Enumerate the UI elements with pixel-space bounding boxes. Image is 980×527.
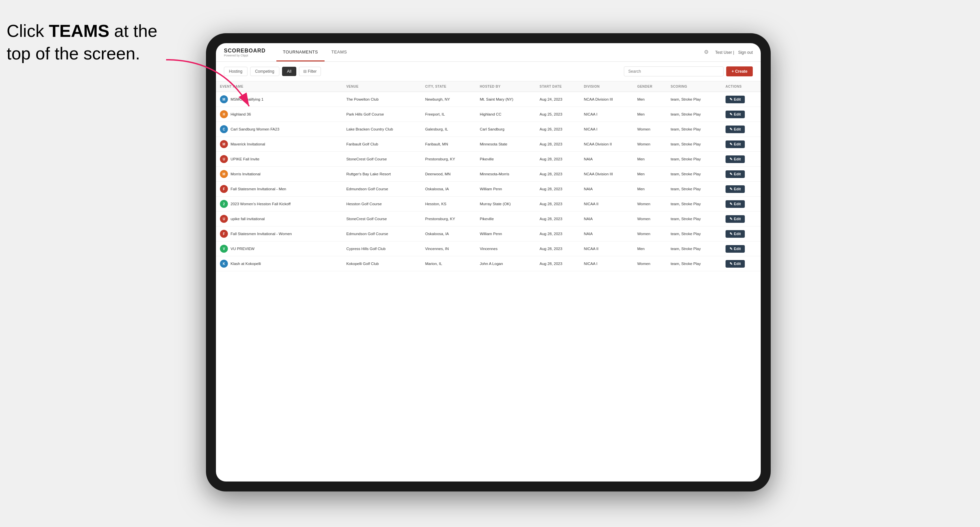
cell-hosted-by: William Penn bbox=[476, 227, 536, 241]
event-name-text: Highland 36 bbox=[231, 112, 251, 116]
team-icon: V bbox=[220, 245, 228, 253]
edit-button[interactable]: ✎ Edit bbox=[725, 230, 745, 238]
edit-icon: ✎ bbox=[730, 262, 732, 266]
cell-venue: Park Hills Golf Course bbox=[342, 107, 421, 122]
tournaments-table: EVENT NAME VENUE CITY, STATE HOSTED BY S… bbox=[216, 81, 761, 271]
cell-actions: ✎ Edit bbox=[722, 197, 761, 211]
tablet-device: SCOREBOARD Powered by Clippt TOURNAMENTS… bbox=[206, 33, 771, 492]
cell-actions: ✎ Edit bbox=[722, 122, 761, 137]
edit-icon: ✎ bbox=[730, 187, 732, 191]
table-row: K Klash at Kokopelli Kokopelli Golf Club… bbox=[216, 256, 761, 271]
edit-button[interactable]: ✎ Edit bbox=[725, 200, 745, 208]
tab-tournaments[interactable]: TOURNAMENTS bbox=[277, 43, 325, 62]
cell-venue: StoneCrest Golf Course bbox=[342, 211, 421, 227]
cell-division: NICAA I bbox=[580, 122, 633, 137]
edit-icon: ✎ bbox=[730, 112, 732, 117]
cell-event-name: H Highland 36 bbox=[216, 107, 342, 122]
cell-division: NAIA bbox=[580, 211, 633, 227]
logo-subtitle: Powered by Clippt bbox=[224, 54, 266, 57]
edit-button[interactable]: ✎ Edit bbox=[725, 156, 745, 163]
event-name-text: upike fall invitational bbox=[231, 217, 265, 221]
cell-start-date: Aug 28, 2023 bbox=[536, 227, 580, 241]
table-row: U UPIKE Fall Invite StoneCrest Golf Cour… bbox=[216, 152, 761, 167]
cell-gender: Women bbox=[633, 256, 667, 271]
cell-gender: Men bbox=[633, 182, 667, 197]
signout-link[interactable]: Sign out bbox=[738, 50, 753, 55]
edit-button[interactable]: ✎ Edit bbox=[725, 245, 745, 253]
edit-icon: ✎ bbox=[730, 202, 732, 206]
edit-button[interactable]: ✎ Edit bbox=[725, 125, 745, 133]
edit-icon: ✎ bbox=[730, 217, 732, 221]
cell-start-date: Aug 25, 2023 bbox=[536, 107, 580, 122]
filter-button[interactable]: ⊟ Filter bbox=[299, 67, 321, 76]
settings-icon[interactable]: ⚙ bbox=[704, 49, 711, 56]
cell-scoring: team, Stroke Play bbox=[667, 107, 722, 122]
cell-actions: ✎ Edit bbox=[722, 137, 761, 152]
cell-event-name: 2 2023 Women's Hesston Fall Kickoff bbox=[216, 197, 342, 211]
edit-button[interactable]: ✎ Edit bbox=[725, 111, 745, 118]
cell-scoring: team, Stroke Play bbox=[667, 152, 722, 167]
cell-city-state: Oskaloosa, IA bbox=[421, 227, 476, 241]
edit-icon: ✎ bbox=[730, 232, 732, 236]
cell-hosted-by: Murray State (OK) bbox=[476, 197, 536, 211]
event-name-text: UPIKE Fall Invite bbox=[231, 157, 259, 161]
edit-icon: ✎ bbox=[730, 142, 732, 146]
cell-scoring: team, Stroke Play bbox=[667, 167, 722, 182]
hosting-filter-button[interactable]: Hosting bbox=[224, 67, 248, 76]
competing-filter-button[interactable]: Competing bbox=[250, 67, 279, 76]
cell-hosted-by: Pikeville bbox=[476, 152, 536, 167]
nav-tabs: TOURNAMENTS TEAMS bbox=[277, 43, 704, 62]
team-icon: K bbox=[220, 260, 228, 268]
cell-city-state: Newburgh, NY bbox=[421, 92, 476, 107]
table-header: EVENT NAME VENUE CITY, STATE HOSTED BY S… bbox=[216, 81, 761, 92]
event-name-text: Klash at Kokopelli bbox=[231, 262, 261, 266]
cell-start-date: Aug 28, 2023 bbox=[536, 211, 580, 227]
cell-venue: Faribault Golf Club bbox=[342, 137, 421, 152]
cell-scoring: team, Stroke Play bbox=[667, 92, 722, 107]
app-logo: SCOREBOARD Powered by Clippt bbox=[224, 48, 266, 57]
nav-right: ⚙ Test User | Sign out bbox=[704, 49, 753, 56]
cell-division: NCAA Division III bbox=[580, 167, 633, 182]
nav-bar: SCOREBOARD Powered by Clippt TOURNAMENTS… bbox=[216, 43, 761, 62]
col-actions: ACTIONS bbox=[722, 81, 761, 92]
table-row: M Morris Invitational Ruttger's Bay Lake… bbox=[216, 167, 761, 182]
edit-button[interactable]: ✎ Edit bbox=[725, 96, 745, 103]
cell-division: NICAA II bbox=[580, 241, 633, 256]
edit-button[interactable]: ✎ Edit bbox=[725, 170, 745, 178]
event-name-text: Fall Statesmen Invitational - Women bbox=[231, 232, 292, 236]
cell-hosted-by: Minnesota State bbox=[476, 137, 536, 152]
cell-city-state: Freeport, IL bbox=[421, 107, 476, 122]
cell-start-date: Aug 26, 2023 bbox=[536, 122, 580, 137]
cell-division: NICAA I bbox=[580, 107, 633, 122]
cell-gender: Women bbox=[633, 137, 667, 152]
edit-button[interactable]: ✎ Edit bbox=[725, 185, 745, 193]
search-input[interactable] bbox=[624, 67, 724, 76]
cell-start-date: Aug 28, 2023 bbox=[536, 197, 580, 211]
tab-teams[interactable]: TEAMS bbox=[325, 43, 353, 62]
cell-city-state: Oskaloosa, IA bbox=[421, 182, 476, 197]
cell-gender: Men bbox=[633, 92, 667, 107]
edit-button[interactable]: ✎ Edit bbox=[725, 260, 745, 268]
edit-button[interactable]: ✎ Edit bbox=[725, 215, 745, 223]
cell-scoring: team, Stroke Play bbox=[667, 122, 722, 137]
col-venue: VENUE bbox=[342, 81, 421, 92]
event-name-text: Carl Sandburg Women FA23 bbox=[231, 127, 279, 131]
cell-actions: ✎ Edit bbox=[722, 241, 761, 256]
all-filter-button[interactable]: All bbox=[282, 67, 296, 76]
cell-venue: Hesston Golf Course bbox=[342, 197, 421, 211]
cell-scoring: team, Stroke Play bbox=[667, 241, 722, 256]
cell-event-name: F Fall Statesmen Invitational - Men bbox=[216, 182, 342, 197]
edit-button[interactable]: ✎ Edit bbox=[725, 140, 745, 148]
create-button[interactable]: + Create bbox=[726, 67, 753, 76]
cell-hosted-by: Pikeville bbox=[476, 211, 536, 227]
cell-hosted-by: Carl Sandburg bbox=[476, 122, 536, 137]
table-row: 2 2023 Women's Hesston Fall Kickoff Hess… bbox=[216, 197, 761, 211]
cell-actions: ✎ Edit bbox=[722, 107, 761, 122]
cell-actions: ✎ Edit bbox=[722, 182, 761, 197]
cell-scoring: team, Stroke Play bbox=[667, 182, 722, 197]
cell-event-name: C Carl Sandburg Women FA23 bbox=[216, 122, 342, 137]
cell-gender: Women bbox=[633, 122, 667, 137]
cell-scoring: team, Stroke Play bbox=[667, 211, 722, 227]
team-icon: C bbox=[220, 125, 228, 133]
cell-city-state: Vincennes, IN bbox=[421, 241, 476, 256]
